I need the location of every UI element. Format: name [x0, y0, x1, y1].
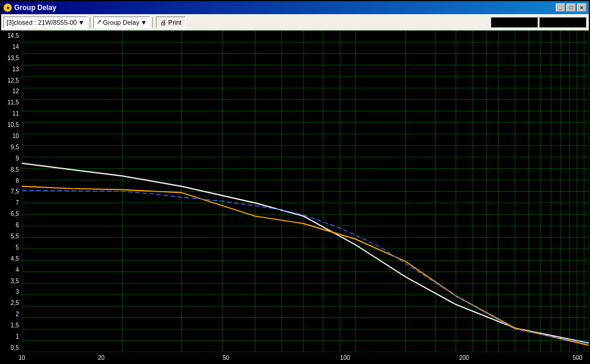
x-axis-label: 20 — [98, 355, 105, 361]
y-axis-label: 14 — [2, 44, 21, 50]
y-axis-label: 10,5 — [2, 122, 21, 128]
chart-grid — [22, 31, 589, 352]
y-axis-label: 4 — [2, 267, 21, 273]
title-buttons: _ □ × — [556, 4, 586, 12]
type-icon: ↗ — [96, 18, 102, 26]
measurement-dropdown[interactable]: [3]closed : 21W/8555-00 ▼ — [4, 17, 87, 28]
toolbar-right — [491, 17, 586, 28]
toolbar: [3]closed : 21W/8555-00 ▼ ↗ Group Delay … — [1, 14, 589, 31]
y-axis-label: 10 — [2, 133, 21, 139]
chart-area: 14,51413,51312,51211,51110,5109,598,587,… — [1, 31, 589, 363]
type-dropdown[interactable]: ↗ Group Delay ▼ — [93, 17, 150, 28]
y-axis-label: 13,5 — [2, 55, 21, 61]
y-axis-label: 1,5 — [2, 323, 21, 329]
x-axis-label: 100 — [340, 355, 350, 361]
title-bar: ★ Group Delay _ □ × — [1, 1, 589, 14]
y-axis-label: 14,5 — [2, 33, 21, 39]
y-axis-label: 12 — [2, 88, 21, 94]
y-axis-label: 8 — [2, 178, 21, 184]
color-box-2 — [539, 17, 586, 28]
y-axis-label: 9 — [2, 156, 21, 162]
y-axis: 14,51413,51312,51211,51110,5109,598,587,… — [1, 31, 22, 363]
app-icon: ★ — [4, 4, 12, 12]
print-button[interactable]: 🖨 Print — [156, 17, 186, 28]
measurement-value: [3]closed : 21W/8555-00 — [6, 19, 77, 26]
title-bar-left: ★ Group Delay — [4, 4, 56, 12]
type-arrow: ▼ — [141, 19, 147, 26]
y-axis-label: 2 — [2, 311, 21, 317]
y-axis-label: 1 — [2, 334, 21, 340]
y-axis-label: 3 — [2, 289, 21, 295]
close-button[interactable]: × — [577, 4, 586, 12]
y-axis-label: 13 — [2, 67, 21, 73]
x-axis-label: 10 — [18, 355, 25, 361]
chart-svg — [22, 31, 589, 352]
y-axis-label: 6,5 — [2, 211, 21, 217]
window-title: Group Delay — [14, 4, 56, 12]
y-axis-label: 3,5 — [2, 278, 21, 284]
y-axis-label: 6 — [2, 222, 21, 228]
dropdown-arrow: ▼ — [78, 19, 84, 26]
type-value: Group Delay — [103, 19, 139, 26]
y-axis-label: 12,5 — [2, 78, 21, 84]
y-axis-label: 4,5 — [2, 256, 21, 262]
x-axis-label: 50 — [223, 355, 229, 361]
x-axis: 102050100200500 — [22, 352, 589, 363]
color-box-1 — [491, 17, 538, 28]
y-axis-label: 5 — [2, 245, 21, 251]
print-label: Print — [168, 19, 182, 26]
y-axis-label: 9,5 — [2, 145, 21, 150]
y-axis-label: 11 — [2, 111, 21, 117]
minimize-button[interactable]: _ — [556, 4, 565, 12]
chart-with-xaxis: 102050100200500 — [22, 31, 589, 363]
main-window: ★ Group Delay _ □ × [3]closed : 21W/8555… — [0, 0, 590, 364]
x-axis-label: 200 — [459, 355, 469, 361]
print-icon: 🖨 — [160, 19, 167, 26]
y-axis-label: 0,5 — [2, 345, 21, 351]
x-axis-label: 500 — [572, 355, 582, 361]
y-axis-label: 5,5 — [2, 234, 21, 240]
toolbar-separator-2 — [152, 17, 154, 28]
y-axis-label: 7,5 — [2, 189, 21, 195]
restore-button[interactable]: □ — [566, 4, 576, 12]
y-axis-label: 7 — [2, 200, 21, 206]
y-axis-label: 11,5 — [2, 100, 21, 106]
y-axis-label: 2,5 — [2, 300, 21, 306]
y-axis-label: 8,5 — [2, 167, 21, 173]
toolbar-separator-1 — [90, 17, 91, 28]
